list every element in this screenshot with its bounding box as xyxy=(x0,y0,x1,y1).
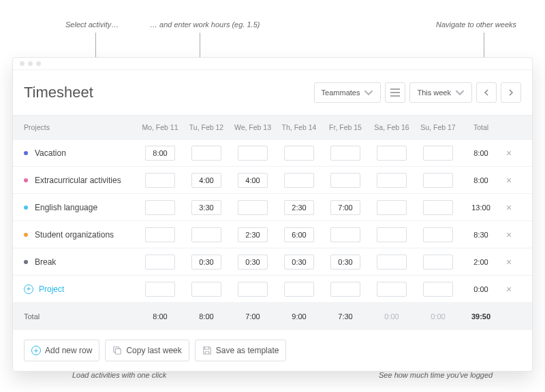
annotation-select-activity: Select activity… xyxy=(65,20,119,29)
plus-icon: + xyxy=(24,284,33,294)
hour-cell[interactable]: 6:00 xyxy=(284,227,314,242)
delete-row-button[interactable]: × xyxy=(501,284,517,295)
row-total: 8:00 xyxy=(461,149,501,157)
hour-cell[interactable] xyxy=(377,146,407,161)
annotation-load-activities: Load activities with one click xyxy=(72,371,166,379)
hour-cell[interactable]: 0:30 xyxy=(191,255,221,270)
hour-cell[interactable] xyxy=(145,173,175,188)
day-total: 7:30 xyxy=(322,312,369,321)
hour-cell[interactable] xyxy=(330,227,360,242)
footer-label: Total xyxy=(18,312,137,321)
hour-cell[interactable] xyxy=(423,200,453,215)
next-week-button[interactable] xyxy=(501,82,521,103)
chevron-left-icon xyxy=(484,89,489,96)
hour-cell[interactable] xyxy=(377,255,407,270)
day-total: 9:00 xyxy=(276,312,322,321)
project-name: Student organizations xyxy=(35,230,114,240)
day-total: 0:00 xyxy=(415,312,461,321)
list-icon xyxy=(390,88,400,97)
col-day: Su, Feb 17 xyxy=(415,123,461,131)
hour-cell[interactable]: 0:30 xyxy=(238,255,268,270)
save-icon xyxy=(202,346,212,355)
row-total: 8:30 xyxy=(461,231,501,239)
delete-row-button[interactable]: × xyxy=(501,229,517,240)
day-total: 7:00 xyxy=(230,312,276,321)
copy-icon xyxy=(112,346,122,355)
page-header: Timesheet Teammates This week xyxy=(13,70,532,115)
hour-cell[interactable] xyxy=(423,227,453,242)
row-total: 2:00 xyxy=(461,258,501,266)
list-view-button[interactable] xyxy=(385,82,405,103)
hour-cell[interactable] xyxy=(191,146,221,161)
copy-week-button[interactable]: Copy last week xyxy=(105,340,189,361)
delete-row-button[interactable]: × xyxy=(501,202,517,213)
chevron-down-icon xyxy=(455,88,465,97)
hour-cell[interactable] xyxy=(191,227,221,242)
hour-cell[interactable] xyxy=(330,173,360,188)
project-color-dot xyxy=(24,178,28,182)
day-total: 8:00 xyxy=(137,312,183,321)
annotation-navigate-weeks: Navigate to other weeks xyxy=(436,20,516,29)
day-total: 0:00 xyxy=(369,312,415,321)
table-row: English language3:302:307:0013:00× xyxy=(13,194,532,221)
hour-cell[interactable]: 4:00 xyxy=(238,173,268,188)
table-header: Projects Mo, Feb 11 Tu, Feb 12 We, Feb 1… xyxy=(13,115,532,140)
col-day: Sa, Feb 16 xyxy=(369,123,415,131)
hour-cell[interactable] xyxy=(377,227,407,242)
hour-cell[interactable] xyxy=(330,282,360,297)
hour-cell[interactable]: 8:00 xyxy=(145,146,175,161)
teammates-dropdown[interactable]: Teammates xyxy=(314,82,382,103)
col-day: Mo, Feb 11 xyxy=(137,123,183,131)
hour-cell[interactable]: 7:00 xyxy=(330,200,360,215)
hour-cell[interactable] xyxy=(145,227,175,242)
hour-cell[interactable] xyxy=(284,282,314,297)
col-day: Fr, Feb 15 xyxy=(322,123,369,131)
app-window: Timesheet Teammates This week Projects xyxy=(12,57,533,372)
hour-cell[interactable] xyxy=(238,146,268,161)
delete-row-button[interactable]: × xyxy=(501,148,517,159)
grand-total: 39:50 xyxy=(461,312,501,321)
project-name: Break xyxy=(35,257,56,267)
delete-row-button[interactable]: × xyxy=(501,175,517,186)
col-projects: Projects xyxy=(18,123,137,131)
hour-cell[interactable]: 3:30 xyxy=(191,200,221,215)
add-project-button[interactable]: + Project xyxy=(18,284,137,294)
hour-cell[interactable] xyxy=(423,173,453,188)
hour-cell[interactable]: 4:00 xyxy=(191,173,221,188)
timesheet-table: Projects Mo, Feb 11 Tu, Feb 12 We, Feb 1… xyxy=(13,115,532,330)
hour-cell[interactable] xyxy=(377,200,407,215)
hour-cell[interactable] xyxy=(377,173,407,188)
window-titlebar xyxy=(13,58,532,70)
hour-cell[interactable]: 2:30 xyxy=(284,200,314,215)
table-footer: Total 8:008:007:009:007:300:000:00 39:50 xyxy=(13,303,532,330)
week-dropdown[interactable]: This week xyxy=(409,82,472,103)
delete-row-button[interactable]: × xyxy=(501,257,517,267)
hour-cell[interactable] xyxy=(423,146,453,161)
hour-cell[interactable] xyxy=(377,282,407,297)
chevron-right-icon xyxy=(508,89,514,96)
hour-cell[interactable] xyxy=(145,282,175,297)
hour-cell[interactable] xyxy=(145,255,175,270)
hour-cell[interactable] xyxy=(145,200,175,215)
svg-rect-1 xyxy=(116,348,121,354)
hour-cell[interactable] xyxy=(284,173,314,188)
save-template-button[interactable]: Save as template xyxy=(195,340,287,361)
footer-actions: + Add new row Copy last week Save as tem… xyxy=(13,330,532,371)
annotation-time-logged: See how much time you've logged xyxy=(379,371,493,379)
chevron-down-icon xyxy=(364,88,373,97)
hour-cell[interactable] xyxy=(191,282,221,297)
add-project-row: + Project 0:00 × xyxy=(13,276,532,303)
hour-cell[interactable] xyxy=(423,282,453,297)
hour-cell[interactable] xyxy=(238,200,268,215)
hour-cell[interactable]: 0:30 xyxy=(284,255,314,270)
hour-cell[interactable] xyxy=(423,255,453,270)
hour-cell[interactable] xyxy=(284,146,314,161)
row-total: 8:00 xyxy=(461,176,501,184)
prev-week-button[interactable] xyxy=(476,82,497,103)
hour-cell[interactable] xyxy=(238,282,268,297)
hour-cell[interactable] xyxy=(330,146,360,161)
row-total: 13:00 xyxy=(461,203,501,212)
hour-cell[interactable]: 2:30 xyxy=(238,227,268,242)
add-row-button[interactable]: + Add new row xyxy=(24,340,99,361)
hour-cell[interactable]: 0:30 xyxy=(330,255,360,270)
